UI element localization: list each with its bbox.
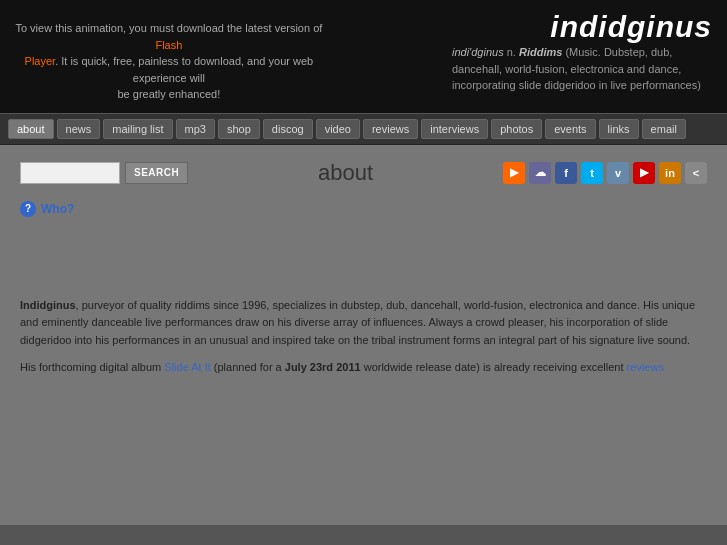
flash-notice: To view this animation, you must downloa… (15, 10, 323, 103)
search-button[interactable]: SEARCH (125, 162, 188, 184)
release-date: July 23rd 2011 (285, 361, 361, 373)
nav-item-mailing-list[interactable]: mailing list (103, 119, 172, 139)
brand-word: Riddims (519, 46, 562, 58)
social-icons: ▶ ☁ f t v ▶ in < (503, 162, 707, 184)
brand-logo: indidginus (550, 10, 712, 44)
reviews-link[interactable]: reviews (627, 361, 664, 373)
who-icon: ? (20, 201, 36, 217)
rss-icon[interactable]: ▶ (503, 162, 525, 184)
nav-item-news[interactable]: news (57, 119, 101, 139)
flash-link[interactable]: FlashPlayer (25, 39, 183, 68)
paragraph-1: Indidginus, purveyor of quality riddims … (20, 297, 707, 350)
brand-section: indidginus indi'dginus n. Riddims (Music… (343, 10, 712, 94)
nav-item-events[interactable]: events (545, 119, 595, 139)
content-body: Indidginus, purveyor of quality riddims … (20, 297, 707, 377)
search-form: SEARCH (20, 162, 188, 184)
content-header: SEARCH about ▶ ☁ f t v ▶ in < (20, 160, 707, 186)
share-icon[interactable]: < (685, 162, 707, 184)
youtube-icon[interactable]: ▶ (633, 162, 655, 184)
nav-item-reviews[interactable]: reviews (363, 119, 418, 139)
logo-text-span: indidginus (550, 10, 712, 43)
facebook-icon[interactable]: f (555, 162, 577, 184)
nav-item-shop[interactable]: shop (218, 119, 260, 139)
soundcloud-icon[interactable]: in (659, 162, 681, 184)
page-wrapper: To view this animation, you must downloa… (0, 0, 727, 525)
brand-name: indi'dginus (452, 46, 504, 58)
brand-description: indi'dginus n. Riddims (Music. Dubstep, … (452, 44, 712, 94)
nav-bar: about news mailing list mp3 shop discog … (0, 113, 727, 145)
nav-item-email[interactable]: email (642, 119, 686, 139)
nav-item-links[interactable]: links (599, 119, 639, 139)
album-link[interactable]: Slide At It (164, 361, 210, 373)
cloud-icon[interactable]: ☁ (529, 162, 551, 184)
paragraph-2: His forthcoming digital album Slide At I… (20, 359, 707, 377)
page-title: about (188, 160, 503, 186)
nav-item-photos[interactable]: photos (491, 119, 542, 139)
nav-item-mp3[interactable]: mp3 (176, 119, 215, 139)
brand-name-bold: Indidginus (20, 299, 76, 311)
nav-item-discog[interactable]: discog (263, 119, 313, 139)
who-link[interactable]: ? Who? (20, 201, 707, 217)
main-content: SEARCH about ▶ ☁ f t v ▶ in < ? Who? In (0, 145, 727, 525)
nav-item-about[interactable]: about (8, 119, 54, 139)
twitter-icon[interactable]: t (581, 162, 603, 184)
vimeo-icon[interactable]: v (607, 162, 629, 184)
search-input[interactable] (20, 162, 120, 184)
who-label: Who? (41, 202, 74, 216)
nav-item-interviews[interactable]: interviews (421, 119, 488, 139)
flash-text: To view this animation, you must downloa… (15, 22, 322, 100)
top-section: To view this animation, you must downloa… (0, 0, 727, 113)
nav-item-video[interactable]: video (316, 119, 360, 139)
